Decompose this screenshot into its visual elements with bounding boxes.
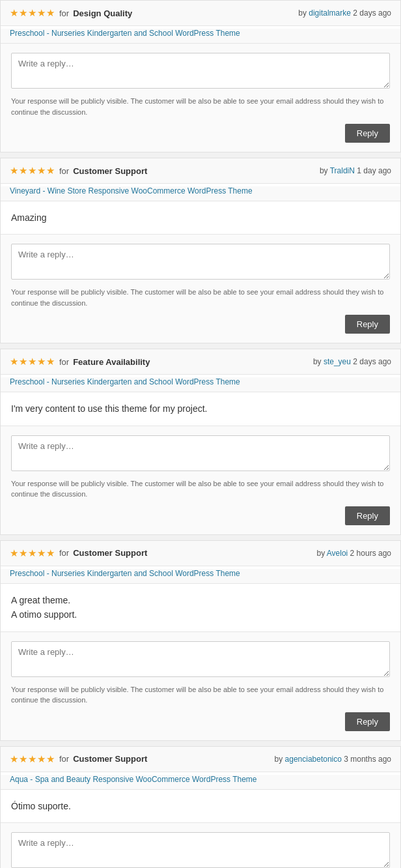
for-label: for (59, 754, 69, 764)
reply-section: Your response will be publicly visible. … (1, 235, 400, 343)
for-label: for (59, 8, 69, 18)
theme-link[interactable]: Preschool - Nurseries Kindergarten and S… (10, 377, 391, 386)
header-right-wrapper: by ste_yeu 2 days ago (313, 357, 391, 366)
theme-row: Preschool - Nurseries Kindergarten and S… (1, 569, 400, 584)
review-body-line: A otimo support. (11, 607, 390, 622)
reply-textarea[interactable] (11, 641, 390, 677)
review-header: ★★★★★forDesign Qualityby digitalmarke 2 … (1, 1, 400, 26)
review-header-left: ★★★★★forDesign Quality (10, 7, 132, 19)
review-body: Amazing (1, 201, 400, 235)
review-card-5: ★★★★★forCustomer Supportby agenciabetoni… (0, 746, 401, 868)
reply-notice: Your response will be publicly visible. … (11, 684, 390, 706)
for-label: for (59, 357, 69, 367)
review-header: ★★★★★forCustomer Supportby agenciabetoni… (1, 747, 400, 772)
review-header: ★★★★★forCustomer Supportby TraldiN 1 day… (1, 158, 400, 184)
reply-notice: Your response will be publicly visible. … (11, 96, 390, 117)
theme-row: Aqua - Spa and Beauty Responsive WooComm… (1, 775, 400, 790)
reply-notice: Your response will be publicly visible. … (11, 478, 390, 500)
review-header-left: ★★★★★forCustomer Support (10, 753, 147, 765)
author-link[interactable]: Aveloi (327, 549, 348, 558)
reply-button[interactable]: Reply (345, 712, 390, 731)
review-type: Design Quality (73, 8, 132, 18)
review-header-left: ★★★★★forFeature Availability (10, 356, 150, 368)
review-body: A great theme.A otimo support. (1, 584, 400, 632)
review-type: Customer Support (73, 754, 147, 764)
theme-link[interactable]: Vineyard - Wine Store Responsive WooComm… (10, 186, 391, 195)
review-body: Ótimo suporte. (1, 790, 400, 823)
review-header-left: ★★★★★forCustomer Support (10, 547, 147, 559)
theme-row: Vineyard - Wine Store Responsive WooComm… (1, 186, 400, 201)
review-header-right: by agenciabetonico 3 months ago (275, 755, 391, 764)
review-body: I'm very content to use this theme for m… (1, 392, 400, 426)
author-link[interactable]: TraldiN (330, 166, 355, 175)
review-card-2: ★★★★★forCustomer Supportby TraldiN 1 day… (0, 158, 401, 343)
reply-section: Your response will be publicly visible. … (1, 823, 400, 868)
reply-button[interactable]: Reply (345, 124, 390, 143)
review-type: Customer Support (73, 548, 147, 558)
header-right-wrapper: by digitalmarke 2 days ago (298, 8, 391, 18)
author-link[interactable]: agenciabetonico (285, 755, 342, 764)
header-right-wrapper: by Aveloi 2 hours ago (316, 549, 391, 558)
theme-row: Preschool - Nurseries Kindergarten and S… (1, 377, 400, 392)
reply-textarea[interactable] (11, 244, 390, 280)
reply-section: Your response will be publicly visible. … (1, 426, 400, 534)
stars: ★★★★★ (10, 7, 55, 19)
reply-textarea[interactable] (11, 832, 390, 868)
review-body-line: A great theme. (11, 593, 390, 607)
theme-link[interactable]: Preschool - Nurseries Kindergarten and S… (10, 569, 391, 578)
reply-textarea[interactable] (11, 435, 390, 471)
reply-button[interactable]: Reply (345, 506, 390, 525)
reply-notice: Your response will be publicly visible. … (11, 287, 390, 308)
review-card-3: ★★★★★forFeature Availabilityby ste_yeu 2… (0, 349, 401, 534)
author-link[interactable]: digitalmarke (309, 8, 351, 18)
review-header: ★★★★★forCustomer Supportby Aveloi 2 hour… (1, 541, 400, 566)
review-card-1: ★★★★★forDesign Qualityby digitalmarke 2 … (0, 0, 401, 152)
theme-link[interactable]: Aqua - Spa and Beauty Responsive WooComm… (10, 775, 391, 784)
for-label: for (59, 166, 69, 176)
review-type: Feature Availability (73, 357, 150, 367)
review-header-right: by TraldiN 1 day ago (320, 166, 391, 175)
reply-section: Your response will be publicly visible. … (1, 44, 400, 152)
review-header-left: ★★★★★forCustomer Support (10, 165, 147, 177)
reply-button-row: Reply (11, 712, 390, 731)
reply-button-row: Reply (11, 315, 390, 334)
reviews-container: ★★★★★forDesign Qualityby digitalmarke 2 … (0, 0, 401, 868)
stars: ★★★★★ (10, 165, 55, 177)
header-right-wrapper: by agenciabetonico 3 months ago (275, 755, 391, 764)
header-right-wrapper: by TraldiN 1 day ago (320, 166, 391, 175)
for-label: for (59, 548, 69, 558)
review-header-right: by digitalmarke 2 days ago (298, 8, 391, 18)
review-header-right: by Aveloi 2 hours ago (316, 549, 391, 558)
stars: ★★★★★ (10, 753, 55, 765)
stars: ★★★★★ (10, 356, 55, 368)
review-type: Customer Support (73, 166, 147, 176)
author-link[interactable]: ste_yeu (324, 357, 351, 366)
reply-button-row: Reply (11, 124, 390, 143)
review-card-4: ★★★★★forCustomer Supportby Aveloi 2 hour… (0, 540, 401, 741)
review-header: ★★★★★forFeature Availabilityby ste_yeu 2… (1, 349, 400, 375)
theme-link[interactable]: Preschool - Nurseries Kindergarten and S… (10, 29, 391, 38)
reply-section: Your response will be publicly visible. … (1, 632, 400, 740)
theme-row: Preschool - Nurseries Kindergarten and S… (1, 29, 400, 44)
reply-textarea[interactable] (11, 53, 390, 89)
review-header-right: by ste_yeu 2 days ago (313, 357, 391, 366)
reply-button[interactable]: Reply (345, 315, 390, 334)
stars: ★★★★★ (10, 547, 55, 559)
reply-button-row: Reply (11, 506, 390, 525)
